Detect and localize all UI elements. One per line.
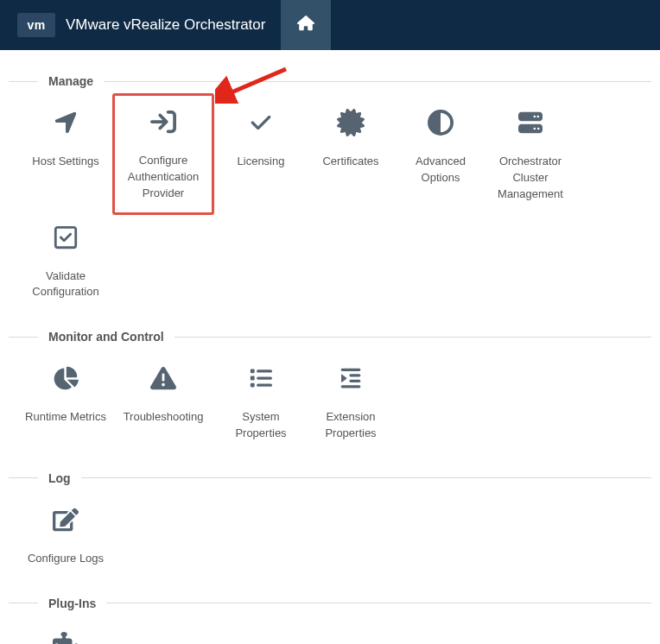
tile-label: System Properties (219, 409, 302, 442)
tile-label: Validate Configuration (24, 268, 107, 301)
tile-label: Runtime Metrics (25, 409, 106, 426)
edit-icon (53, 502, 79, 537)
tile-licensing[interactable]: Licensing (218, 100, 304, 215)
tile-label: Licensing (238, 154, 285, 170)
tile-advanced-options[interactable]: Advanced Options (397, 100, 484, 215)
tile-configure-authentication-provider[interactable]: Configure Authentication Provider (112, 93, 214, 215)
tile-label: Configure Logs (28, 551, 104, 567)
tile-orchestrator-cluster-management[interactable]: Orchestrator Cluster Management (487, 100, 574, 215)
tile-label: Advanced Options (399, 154, 482, 186)
home-icon (297, 16, 314, 35)
warning-icon (149, 361, 177, 395)
section-title-plugins: Plug-Ins (38, 597, 106, 610)
puzzle-icon (52, 628, 79, 644)
app-title: VMware vRealize Orchestrator (66, 16, 265, 34)
section-manage: Manage Host Settings Configure Authentic… (9, 74, 651, 306)
server-icon (517, 105, 544, 140)
tile-system-properties[interactable]: System Properties (218, 356, 304, 447)
vmware-logo: vm (17, 13, 55, 37)
section-log: Log Configure Logs (9, 471, 651, 572)
tile-label: Orchestrator Cluster Management (489, 154, 572, 203)
tile-runtime-metrics[interactable]: Runtime Metrics (22, 356, 109, 447)
tile-label: Certificates (322, 154, 378, 170)
pie-chart-icon (53, 361, 79, 395)
header-bar: vm VMware vRealize Orchestrator (0, 0, 660, 50)
section-monitor-and-control: Monitor and Control Runtime Metrics Trou… (9, 330, 651, 447)
tile-label: Configure Authentication Provider (117, 153, 210, 202)
sign-in-icon (149, 104, 178, 139)
tile-validate-configuration[interactable]: Validate Configuration (22, 215, 109, 306)
tile-label: Troubleshooting (124, 409, 204, 426)
section-title-log: Log (38, 471, 81, 485)
section-title-manage: Manage (38, 74, 104, 88)
tile-certificates[interactable]: Certificates (308, 100, 394, 215)
contrast-icon (428, 105, 454, 140)
tile-configure-logs[interactable]: Configure Logs (22, 497, 109, 572)
home-tab[interactable] (281, 0, 331, 50)
list-icon (248, 361, 274, 395)
tile-troubleshooting[interactable]: Troubleshooting (112, 356, 214, 447)
tile-label: Extension Properties (309, 409, 392, 442)
check-square-icon (53, 220, 79, 255)
section-title-monitor: Monitor and Control (38, 330, 175, 344)
check-icon (247, 105, 275, 140)
indent-icon (338, 361, 364, 395)
tile-label: Host Settings (32, 154, 98, 170)
tile-manage-plugins[interactable]: Manage Plug-Ins (22, 622, 109, 644)
section-plugins: Plug-Ins Manage Plug-Ins (9, 597, 651, 644)
certificate-icon (337, 105, 365, 140)
location-arrow-icon (53, 105, 79, 140)
tile-extension-properties[interactable]: Extension Properties (308, 356, 394, 447)
tile-host-settings[interactable]: Host Settings (22, 100, 109, 215)
